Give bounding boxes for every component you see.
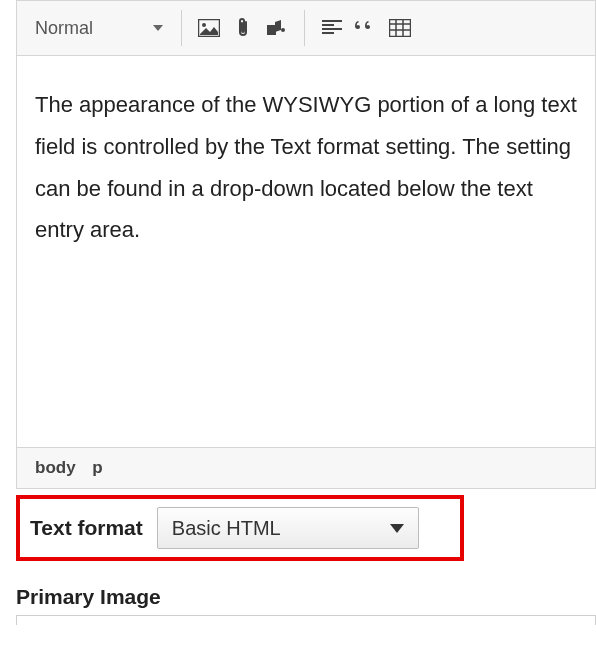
- media-icon[interactable]: [260, 11, 294, 45]
- primary-image-field[interactable]: [16, 615, 596, 625]
- image-icon[interactable]: [192, 11, 226, 45]
- svg-rect-2: [267, 25, 276, 35]
- paragraph-format-value: Normal: [35, 18, 93, 39]
- attachment-icon[interactable]: [226, 11, 260, 45]
- table-icon[interactable]: [383, 11, 417, 45]
- svg-rect-7: [322, 32, 334, 34]
- toolbar-separator: [304, 10, 305, 46]
- chevron-down-icon: [153, 25, 163, 31]
- editor-statusbar: body p: [16, 448, 596, 489]
- svg-point-3: [281, 28, 285, 32]
- editor-text: The appearance of the WYSIWYG portion of…: [35, 92, 577, 242]
- text-format-value: Basic HTML: [172, 517, 281, 540]
- chevron-down-icon: [390, 524, 404, 533]
- primary-image-label: Primary Image: [16, 585, 596, 609]
- element-path-body[interactable]: body: [35, 458, 76, 477]
- blockquote-icon[interactable]: [349, 11, 383, 45]
- align-left-icon[interactable]: [315, 11, 349, 45]
- editor-content[interactable]: The appearance of the WYSIWYG portion of…: [16, 56, 596, 448]
- svg-point-1: [202, 23, 206, 27]
- svg-rect-6: [322, 28, 342, 30]
- editor-toolbar: Normal: [16, 0, 596, 56]
- toolbar-separator: [181, 10, 182, 46]
- paragraph-format-select[interactable]: Normal: [27, 14, 171, 43]
- svg-rect-5: [322, 24, 334, 26]
- svg-rect-4: [322, 20, 342, 22]
- text-format-label: Text format: [30, 516, 143, 540]
- text-format-highlight: Text format Basic HTML: [16, 495, 464, 561]
- svg-rect-8: [390, 20, 411, 37]
- element-path-p[interactable]: p: [92, 458, 102, 477]
- text-format-select[interactable]: Basic HTML: [157, 507, 419, 549]
